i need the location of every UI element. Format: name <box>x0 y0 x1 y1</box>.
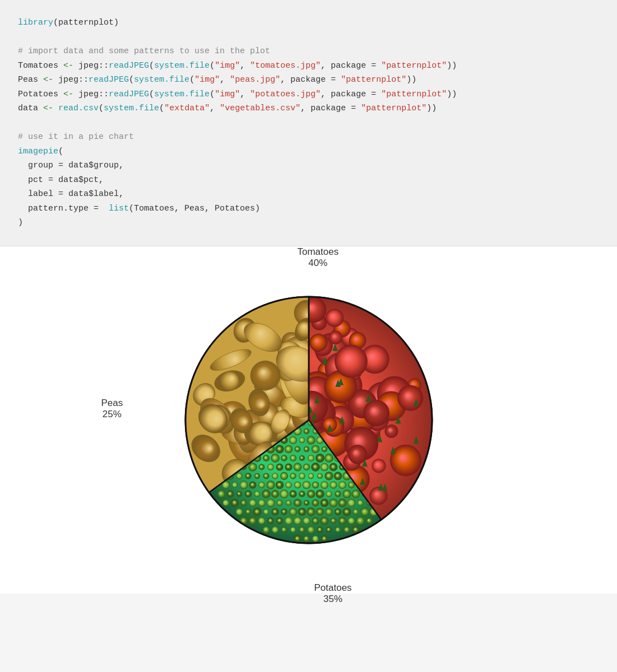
code-line: # import data and some patterns to use i… <box>18 44 599 59</box>
code-line: Potatoes <- jpeg::readJPEG(system.file("… <box>18 87 599 102</box>
code-line: label = data$label, <box>18 187 599 202</box>
potatoes-pct: 35% <box>314 594 352 605</box>
chart-area: Tomatoes 40% Peas 25% Potatoes 35% <box>0 246 617 594</box>
code-line: ) <box>18 216 599 230</box>
tomatoes-label: Tomatoes 40% <box>298 246 339 269</box>
code-line: Peas <- jpeg::readJPEG(system.file("img"… <box>18 73 599 87</box>
code-block: library(patternplot) # import data and s… <box>0 0 617 246</box>
pie-canvas <box>169 280 449 560</box>
code-line: library(patternplot) <box>18 16 599 30</box>
peas-pct: 25% <box>101 409 123 420</box>
code-line: imagepie( <box>18 144 599 159</box>
code-line: data <- read.csv(system.file("extdata", … <box>18 101 599 116</box>
tomatoes-pct: 40% <box>298 258 339 269</box>
code-line <box>18 116 599 130</box>
pie-chart-wrapper: Tomatoes 40% Peas 25% Potatoes 35% <box>169 280 449 560</box>
code-line: pattern.type = list(Tomatoes, Peas, Pota… <box>18 202 599 216</box>
potatoes-label: Potatoes 35% <box>314 582 352 605</box>
code-line: group = data$group, <box>18 158 599 173</box>
code-line: pct = data$pct, <box>18 173 599 188</box>
code-line: # use it in a pie chart <box>18 130 599 144</box>
peas-label: Peas 25% <box>101 398 123 420</box>
tomatoes-name: Tomatoes <box>298 246 339 258</box>
code-line: Tomatoes <- jpeg::readJPEG(system.file("… <box>18 59 599 73</box>
code-line <box>18 30 599 45</box>
potatoes-name: Potatoes <box>314 582 352 594</box>
peas-name: Peas <box>101 398 123 409</box>
